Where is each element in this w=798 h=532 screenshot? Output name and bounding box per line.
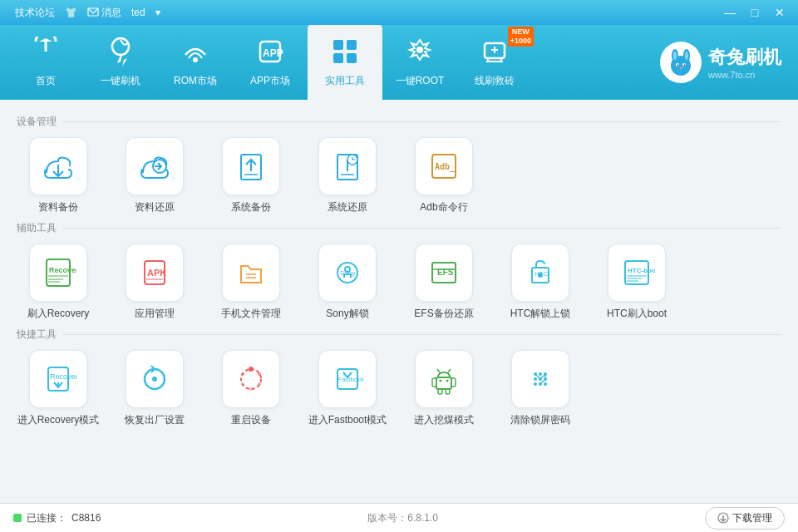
navbar: 首页 一键刷机 ROM市场 APP — [0, 25, 798, 100]
title-bar: 技术论坛 👕 消息 ted ▾ — □ ✕ — [0, 0, 798, 25]
svg-point-78 — [241, 372, 244, 376]
tool-efs[interactable]: EFS EFS备份还原 — [402, 244, 485, 321]
nav-item-root[interactable]: 一键ROOT — [382, 25, 457, 100]
svg-point-98 — [544, 382, 547, 386]
ted-label: ted — [131, 7, 145, 18]
svg-point-93 — [534, 377, 537, 381]
nav-flash-label: 一键刷机 — [101, 74, 140, 88]
quick-tools-grid: Recovery 进入Recovery模式 恢复出厂设置 — [17, 350, 781, 427]
tool-file-mgr[interactable]: 手机文件管理 — [209, 244, 293, 321]
maximize-button[interactable]: □ — [743, 2, 766, 22]
nav-item-home[interactable]: 首页 — [8, 25, 83, 100]
device-name: C8816 — [71, 512, 101, 524]
new-badge: NEW +1000 — [508, 27, 534, 47]
tool-htc-unlock[interactable]: HTC HTC解锁上锁 — [499, 244, 582, 321]
nav-item-rescue[interactable]: NEW +1000 线刷救砖 — [457, 25, 532, 100]
lockscreen-label: 清除锁屏密码 — [510, 413, 570, 427]
sony-label: Sony解锁 — [326, 307, 368, 321]
tool-sys-restore[interactable]: 系统还原 — [306, 137, 389, 214]
svg-point-74 — [258, 372, 261, 376]
svg-rect-10 — [347, 40, 357, 50]
tool-data-backup[interactable]: 资料备份 — [17, 137, 100, 214]
tool-enter-recovery[interactable]: Recovery 进入Recovery模式 — [17, 350, 100, 427]
lockscreen-icon-box — [511, 350, 569, 408]
svg-point-23 — [673, 52, 677, 60]
svg-marker-5 — [117, 55, 127, 66]
connected-label: 已连接： — [27, 511, 66, 525]
message-link[interactable]: 消息 — [87, 6, 121, 20]
svg-line-84 — [437, 369, 440, 372]
statusbar: 已连接： C8816 版本号：6.8.1.0 下载管理 — [0, 503, 798, 532]
factory-reset-label: 恢复出厂设置 — [125, 413, 185, 427]
htc-boot-icon-box: HTC-boot — [608, 244, 666, 302]
sys-restore-icon-box — [318, 137, 377, 195]
close-button[interactable]: ✕ — [768, 2, 791, 22]
htc-unlock-icon-box: HTC — [511, 244, 569, 302]
home-icon — [31, 37, 61, 71]
tool-sony[interactable]: Sony Sony解锁 — [306, 244, 389, 321]
htc-boot-label: HTC刷入boot — [607, 307, 667, 321]
section-aux-tools-title: 辅助工具 — [17, 221, 781, 235]
svg-text:Recovery: Recovery — [50, 372, 76, 381]
adb-icon-box: Adb_ — [415, 137, 473, 195]
sony-icon-box: Sony — [318, 244, 377, 302]
nav-item-app[interactable]: APP APP市场 — [233, 25, 308, 100]
svg-text:Recovery: Recovery — [49, 266, 76, 274]
tool-factory-reset[interactable]: 恢复出厂设置 — [113, 350, 196, 427]
svg-line-85 — [448, 369, 451, 372]
tool-adb[interactable]: Adb_ Adb命令行 — [402, 137, 485, 214]
file-mgr-icon-box — [222, 244, 280, 302]
svg-text:Sony: Sony — [340, 269, 355, 277]
nav-rom-label: ROM市场 — [174, 74, 217, 88]
logo-cn: 奇兔刷机 — [708, 45, 781, 70]
logo-text: 奇兔刷机 www.7to.cn — [708, 45, 781, 80]
tool-apk[interactable]: APK 应用管理 — [113, 244, 196, 321]
version-label: 版本号：6.8.1.0 — [367, 511, 438, 525]
tool-htc-boot[interactable]: HTC-boot HTC刷入boot — [595, 244, 678, 321]
svg-point-77 — [241, 382, 244, 386]
nav-item-flash[interactable]: 一键刷机 — [83, 25, 158, 100]
tool-挖矿[interactable]: 进入挖煤模式 — [402, 350, 485, 427]
tool-reboot[interactable]: 重启设备 — [209, 350, 293, 427]
factory-reset-icon-box — [126, 350, 184, 408]
fastboot-label: 进入Fastboot模式 — [308, 413, 387, 427]
status-dot — [13, 514, 22, 522]
tool-fastboot[interactable]: Fastboot 进入Fastboot模式 — [306, 350, 389, 427]
window-controls: — □ ✕ — [718, 2, 791, 22]
nav-item-tools[interactable]: 实用工具 — [308, 25, 382, 100]
svg-rect-11 — [333, 53, 343, 63]
logo-rabbit — [660, 42, 702, 83]
tool-lockscreen[interactable]: 清除锁屏密码 — [499, 350, 582, 427]
svg-point-24 — [685, 52, 688, 60]
nav-item-rom[interactable]: ROM市场 — [158, 25, 233, 100]
rescue-icon — [480, 37, 510, 71]
svg-point-91 — [539, 372, 542, 376]
svg-text:APK: APK — [147, 268, 166, 278]
forum-link[interactable]: 技术论坛 — [15, 6, 55, 20]
shirt-icon[interactable]: 👕 — [65, 7, 77, 18]
nav-rescue-label: 线刷救砖 — [475, 74, 515, 88]
svg-point-72 — [241, 369, 261, 389]
svg-point-29 — [680, 67, 682, 69]
device-mgmt-grid: 资料备份 资料还原 — [17, 137, 781, 214]
tool-recovery[interactable]: Recovery 刷入Recovery — [17, 244, 100, 321]
tool-data-restore[interactable]: 资料还原 — [113, 137, 196, 214]
enter-recovery-label: 进入Recovery模式 — [17, 413, 100, 427]
svg-text:Fastboot: Fastboot — [337, 376, 364, 383]
sys-backup-label: 系统备份 — [231, 200, 271, 214]
connection-status: 已连接： C8816 — [13, 511, 101, 525]
tool-sys-backup[interactable]: 系统备份 — [209, 137, 293, 214]
nav-app-label: APP市场 — [250, 74, 290, 88]
download-btn[interactable]: 下载管理 — [705, 507, 785, 530]
logo-en: www.7to.cn — [708, 70, 781, 80]
minimize-button[interactable]: — — [718, 2, 741, 22]
sys-backup-icon-box — [222, 137, 280, 195]
挖矿-label: 进入挖煤模式 — [414, 413, 474, 427]
data-backup-label: 资料备份 — [38, 200, 78, 214]
apk-icon-box: APK — [126, 244, 184, 302]
svg-point-96 — [534, 382, 537, 386]
recovery-icon-box: Recovery — [29, 244, 87, 302]
section-quick-tools-title: 快捷工具 — [17, 328, 781, 342]
arrow-down-icon[interactable]: ▾ — [155, 7, 160, 18]
data-restore-label: 资料还原 — [135, 200, 175, 214]
